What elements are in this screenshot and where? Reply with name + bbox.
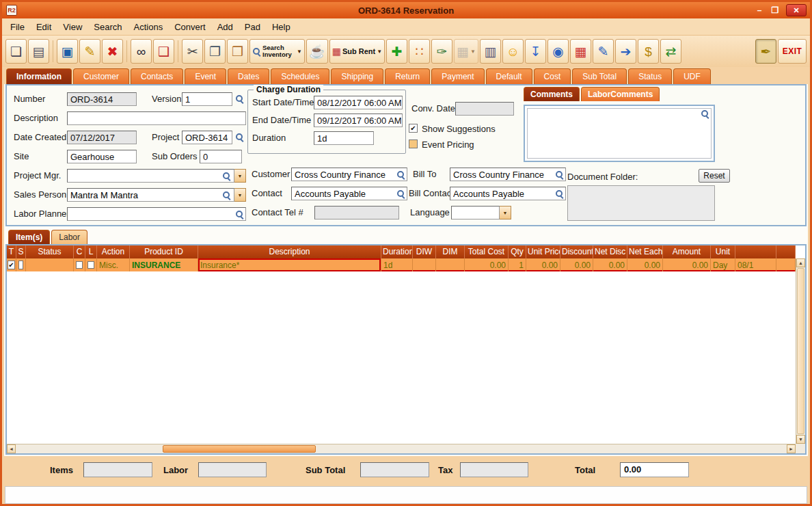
paste-icon[interactable]: ❒ — [227, 39, 248, 64]
sub-rent-button[interactable]: ▦Sub Rent▼ — [329, 39, 385, 64]
maximize-button[interactable]: ❐ — [770, 5, 780, 15]
reset-button[interactable]: Reset — [699, 169, 730, 183]
column-header-product-id[interactable]: Product ID — [130, 245, 198, 258]
column-header-net-disc[interactable]: Net Disc — [593, 245, 627, 258]
tab-payment[interactable]: Payment — [431, 68, 484, 84]
tab-laborcomments[interactable]: LaborComments — [581, 87, 660, 101]
key-icon[interactable]: ✒ — [755, 39, 776, 64]
tab-status[interactable]: Status — [628, 68, 672, 84]
column-header-extra[interactable] — [735, 245, 776, 258]
column-header-unit-price[interactable]: Unit Price — [526, 245, 560, 258]
contact-tel-field[interactable] — [314, 206, 399, 219]
stamp-icon[interactable]: ▦▼ — [454, 39, 478, 64]
tab-shipping[interactable]: Shipping — [331, 68, 383, 84]
project-search-icon[interactable] — [235, 133, 244, 142]
dropdown-arrow-icon[interactable]: ▼ — [470, 49, 476, 55]
l-checkbox[interactable] — [87, 261, 94, 269]
menu-add[interactable]: Add — [217, 22, 233, 32]
project-mgr-search-icon[interactable] — [222, 172, 231, 181]
description-field[interactable] — [67, 111, 246, 125]
tab-dates[interactable]: Dates — [228, 68, 269, 84]
find-document-icon[interactable]: ❑ — [153, 39, 174, 64]
row-cell-net-each[interactable]: 0.00 — [627, 258, 663, 271]
c-checkbox[interactable] — [76, 261, 83, 269]
contact-field[interactable]: Accounts Payable — [291, 187, 407, 200]
kit-icon[interactable]: ∷ — [409, 39, 430, 64]
menu-file[interactable]: File — [10, 22, 25, 32]
tab-labor[interactable]: Labor — [51, 230, 87, 244]
add-item-icon[interactable]: ✚ — [386, 39, 407, 64]
table-vertical-scrollbar[interactable] — [796, 258, 805, 444]
new-document-icon[interactable]: ❏ — [5, 39, 27, 64]
language-field[interactable] — [451, 206, 500, 219]
project-mgr-field[interactable] — [67, 169, 234, 183]
menu-pad[interactable]: Pad — [245, 22, 260, 32]
show-suggestions-checkbox[interactable] — [409, 124, 418, 133]
tab-comments[interactable]: Comments — [524, 87, 580, 101]
cut-icon[interactable]: ✂ — [182, 39, 203, 64]
tab-items[interactable]: Item(s) — [8, 230, 50, 244]
row-cell-diw[interactable] — [413, 258, 436, 271]
row-cell-dim[interactable] — [436, 258, 465, 271]
tab-sub-total[interactable]: Sub Total — [572, 68, 627, 84]
menu-convert[interactable]: Convert — [174, 22, 206, 32]
column-header-action[interactable]: Action — [97, 245, 130, 258]
row-cell-amount[interactable]: 0.00 — [663, 258, 711, 271]
row-cell-duration[interactable]: 1d — [381, 258, 413, 271]
row-cell-description[interactable]: Insurance* — [198, 258, 381, 271]
scroll-up-icon[interactable] — [796, 258, 805, 267]
column-header-t[interactable]: T — [7, 245, 16, 258]
sales-person-combo[interactable]: Mantra M Mantra — [67, 188, 246, 202]
start-datetime-field[interactable]: 08/12/2017 06:00 AM — [314, 96, 403, 109]
row-cell-product-id[interactable]: INSURANCE — [130, 258, 198, 271]
comments-search-icon[interactable] — [701, 109, 709, 118]
sales-person-field[interactable]: Mantra M Mantra — [67, 188, 234, 202]
row-cell-action[interactable]: Misc. — [97, 258, 130, 271]
row-s-cell[interactable] — [16, 258, 26, 271]
menu-actions[interactable]: Actions — [134, 22, 163, 32]
minimize-button[interactable]: – — [755, 5, 764, 15]
column-header-description[interactable]: Description — [198, 245, 381, 258]
table-row[interactable]: Misc.INSURANCEInsurance*1d0.0010.000.000… — [7, 258, 796, 271]
column-header-amount[interactable]: Amount — [663, 245, 711, 258]
tab-event[interactable]: Event — [185, 68, 226, 84]
s-checkbox[interactable] — [18, 261, 23, 269]
project-field[interactable]: ORD-3614 — [182, 131, 232, 144]
date-created-field[interactable]: 07/12/2017 — [67, 131, 137, 144]
column-header-unit[interactable]: Unit — [711, 245, 735, 258]
convert-icon[interactable]: ⇄ — [660, 39, 681, 64]
menu-view[interactable]: View — [63, 22, 82, 32]
row-t-cell[interactable] — [7, 258, 16, 271]
dropdown-arrow-icon[interactable]: ▼ — [297, 49, 302, 55]
bill-to-field[interactable]: Cross Country Finance — [450, 168, 566, 181]
column-header-discount[interactable]: Discount — [560, 245, 593, 258]
tab-cost[interactable]: Cost — [534, 68, 571, 84]
delete-icon[interactable]: ✖ — [102, 39, 123, 64]
row-cell-discount[interactable]: 0.00 — [560, 258, 593, 271]
smiley-icon[interactable]: ☺ — [502, 39, 524, 64]
export-icon[interactable]: ➔ — [615, 39, 636, 64]
event-pricing-checkbox[interactable] — [409, 139, 418, 148]
column-header-duration[interactable]: Duration — [381, 245, 413, 258]
bill-contact-field[interactable]: Accounts Payable — [450, 187, 566, 200]
customer-search-icon[interactable] — [396, 170, 405, 179]
row-c-cell[interactable] — [74, 258, 85, 271]
binoculars-icon[interactable]: ∞ — [131, 39, 152, 64]
column-header-net-each[interactable]: Net Each — [627, 245, 663, 258]
column-header-qty[interactable]: Qty — [509, 245, 526, 258]
cube-stack-icon[interactable]: ▦ — [570, 39, 591, 64]
project-mgr-dropdown-button[interactable] — [234, 169, 246, 183]
end-datetime-field[interactable]: 09/12/2017 06:00 AM — [314, 114, 403, 127]
tankard-icon[interactable]: ☕ — [306, 39, 328, 64]
column-header-dim[interactable]: DIM — [436, 245, 465, 258]
edit-pencil-icon[interactable]: ✎ — [79, 39, 100, 64]
contact-search-icon[interactable] — [396, 189, 405, 198]
sales-person-dropdown-button[interactable] — [234, 188, 246, 202]
tab-return[interactable]: Return — [385, 68, 430, 84]
language-dropdown-button[interactable] — [500, 206, 511, 219]
sub-orders-field[interactable]: 0 — [200, 150, 242, 163]
row-cell-unit[interactable]: Day — [711, 258, 735, 271]
labor-planner-field[interactable] — [67, 207, 246, 221]
scroll-down-icon[interactable] — [796, 435, 805, 444]
row-cell-qty[interactable]: 1 — [509, 258, 526, 271]
